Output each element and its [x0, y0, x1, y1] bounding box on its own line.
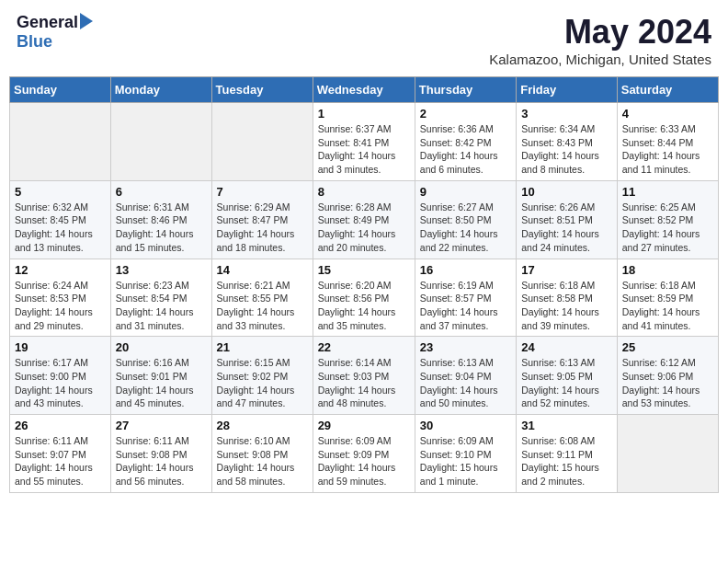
calendar-week-row: 12Sunrise: 6:24 AM Sunset: 8:53 PM Dayli…: [10, 259, 719, 337]
day-number: 17: [521, 263, 612, 277]
header-wednesday: Wednesday: [313, 77, 415, 103]
day-number: 21: [217, 340, 308, 354]
title-block: May 2024 Kalamazoo, Michigan, United Sta…: [489, 13, 711, 67]
day-info: Sunrise: 6:31 AM Sunset: 8:46 PM Dayligh…: [116, 201, 207, 255]
day-number: 28: [217, 419, 308, 432]
header-friday: Friday: [517, 77, 618, 103]
day-number: 24: [521, 340, 612, 354]
table-row: 18Sunrise: 6:18 AM Sunset: 8:59 PM Dayli…: [617, 259, 718, 337]
table-row: 17Sunrise: 6:18 AM Sunset: 8:58 PM Dayli…: [517, 259, 618, 337]
table-row: 8Sunrise: 6:28 AM Sunset: 8:49 PM Daylig…: [313, 180, 415, 259]
table-row: 31Sunrise: 6:08 AM Sunset: 9:11 PM Dayli…: [517, 415, 618, 493]
day-info: Sunrise: 6:12 AM Sunset: 9:06 PM Dayligh…: [622, 356, 713, 410]
table-row: 6Sunrise: 6:31 AM Sunset: 8:46 PM Daylig…: [110, 180, 211, 259]
table-row: 20Sunrise: 6:16 AM Sunset: 9:01 PM Dayli…: [110, 337, 211, 415]
day-number: 12: [15, 263, 106, 277]
table-row: 21Sunrise: 6:15 AM Sunset: 9:02 PM Dayli…: [211, 337, 313, 415]
table-row: 4Sunrise: 6:33 AM Sunset: 8:44 PM Daylig…: [617, 103, 718, 181]
logo-blue: Blue: [17, 32, 52, 52]
day-number: 13: [116, 263, 207, 277]
month-title: May 2024: [489, 13, 711, 52]
table-row: 26Sunrise: 6:11 AM Sunset: 9:07 PM Dayli…: [10, 415, 111, 493]
table-row: 29Sunrise: 6:09 AM Sunset: 9:09 PM Dayli…: [313, 415, 415, 493]
day-info: Sunrise: 6:24 AM Sunset: 8:53 PM Dayligh…: [15, 279, 106, 333]
day-number: 27: [116, 419, 207, 432]
logo: General Blue: [17, 13, 93, 52]
table-row: 28Sunrise: 6:10 AM Sunset: 9:08 PM Dayli…: [211, 415, 313, 493]
location-text: Kalamazoo, Michigan, United States: [489, 52, 711, 67]
table-row: 25Sunrise: 6:12 AM Sunset: 9:06 PM Dayli…: [617, 337, 718, 415]
calendar-table: Sunday Monday Tuesday Wednesday Thursday…: [9, 76, 719, 493]
day-number: 23: [420, 340, 511, 354]
day-number: 20: [116, 340, 207, 354]
table-row: 11Sunrise: 6:25 AM Sunset: 8:52 PM Dayli…: [617, 180, 718, 259]
day-number: 18: [622, 263, 713, 277]
day-info: Sunrise: 6:25 AM Sunset: 8:52 PM Dayligh…: [622, 201, 713, 255]
table-row: 22Sunrise: 6:14 AM Sunset: 9:03 PM Dayli…: [313, 337, 415, 415]
day-number: 3: [521, 107, 612, 121]
day-number: 2: [420, 107, 511, 121]
table-row: 9Sunrise: 6:27 AM Sunset: 8:50 PM Daylig…: [415, 180, 516, 259]
day-info: Sunrise: 6:33 AM Sunset: 8:44 PM Dayligh…: [622, 122, 713, 177]
day-info: Sunrise: 6:13 AM Sunset: 9:04 PM Dayligh…: [420, 356, 511, 410]
logo-general: General: [17, 13, 78, 32]
day-number: 19: [15, 340, 106, 354]
table-row: 14Sunrise: 6:21 AM Sunset: 8:55 PM Dayli…: [211, 259, 313, 337]
day-info: Sunrise: 6:20 AM Sunset: 8:56 PM Dayligh…: [318, 279, 410, 333]
day-info: Sunrise: 6:18 AM Sunset: 8:59 PM Dayligh…: [622, 279, 713, 333]
day-number: 31: [521, 419, 612, 432]
day-info: Sunrise: 6:27 AM Sunset: 8:50 PM Dayligh…: [420, 201, 511, 255]
calendar-week-row: 1Sunrise: 6:37 AM Sunset: 8:41 PM Daylig…: [10, 103, 719, 181]
table-row: [10, 103, 111, 181]
header-monday: Monday: [110, 77, 211, 103]
table-row: 7Sunrise: 6:29 AM Sunset: 8:47 PM Daylig…: [211, 180, 313, 259]
table-row: [110, 103, 211, 181]
table-row: 27Sunrise: 6:11 AM Sunset: 9:08 PM Dayli…: [110, 415, 211, 493]
day-number: 6: [116, 185, 207, 199]
day-info: Sunrise: 6:14 AM Sunset: 9:03 PM Dayligh…: [318, 356, 410, 410]
day-number: 15: [318, 263, 410, 277]
table-row: 3Sunrise: 6:34 AM Sunset: 8:43 PM Daylig…: [517, 103, 618, 181]
day-info: Sunrise: 6:23 AM Sunset: 8:54 PM Dayligh…: [116, 279, 207, 333]
day-info: Sunrise: 6:37 AM Sunset: 8:41 PM Dayligh…: [318, 122, 410, 177]
table-row: 10Sunrise: 6:26 AM Sunset: 8:51 PM Dayli…: [517, 180, 618, 259]
table-row: [617, 415, 718, 493]
day-info: Sunrise: 6:11 AM Sunset: 9:08 PM Dayligh…: [116, 434, 207, 488]
header-saturday: Saturday: [617, 77, 718, 103]
day-number: 25: [622, 340, 713, 354]
day-info: Sunrise: 6:17 AM Sunset: 9:00 PM Dayligh…: [15, 356, 106, 410]
day-number: 10: [521, 185, 612, 199]
day-info: Sunrise: 6:16 AM Sunset: 9:01 PM Dayligh…: [116, 356, 207, 410]
day-number: 1: [318, 107, 410, 121]
day-info: Sunrise: 6:13 AM Sunset: 9:05 PM Dayligh…: [521, 356, 612, 410]
day-number: 4: [622, 107, 713, 121]
logo-arrow-icon: [80, 13, 93, 29]
table-row: 5Sunrise: 6:32 AM Sunset: 8:45 PM Daylig…: [10, 180, 111, 259]
day-info: Sunrise: 6:29 AM Sunset: 8:47 PM Dayligh…: [217, 201, 308, 255]
day-info: Sunrise: 6:26 AM Sunset: 8:51 PM Dayligh…: [521, 201, 612, 255]
day-info: Sunrise: 6:19 AM Sunset: 8:57 PM Dayligh…: [420, 279, 511, 333]
calendar-header-row: Sunday Monday Tuesday Wednesday Thursday…: [10, 77, 719, 103]
day-info: Sunrise: 6:08 AM Sunset: 9:11 PM Dayligh…: [521, 434, 612, 488]
table-row: 12Sunrise: 6:24 AM Sunset: 8:53 PM Dayli…: [10, 259, 111, 337]
table-row: 24Sunrise: 6:13 AM Sunset: 9:05 PM Dayli…: [517, 337, 618, 415]
day-info: Sunrise: 6:15 AM Sunset: 9:02 PM Dayligh…: [217, 356, 308, 410]
calendar-week-row: 26Sunrise: 6:11 AM Sunset: 9:07 PM Dayli…: [10, 415, 719, 493]
day-number: 7: [217, 185, 308, 199]
day-info: Sunrise: 6:21 AM Sunset: 8:55 PM Dayligh…: [217, 279, 308, 333]
page-header: General Blue May 2024 Kalamazoo, Michiga…: [9, 9, 719, 71]
day-number: 22: [318, 340, 410, 354]
header-sunday: Sunday: [10, 77, 111, 103]
day-number: 14: [217, 263, 308, 277]
day-number: 29: [318, 419, 410, 432]
table-row: [211, 103, 313, 181]
day-info: Sunrise: 6:09 AM Sunset: 9:10 PM Dayligh…: [420, 434, 511, 488]
day-info: Sunrise: 6:36 AM Sunset: 8:42 PM Dayligh…: [420, 122, 511, 177]
table-row: 1Sunrise: 6:37 AM Sunset: 8:41 PM Daylig…: [313, 103, 415, 181]
calendar-week-row: 5Sunrise: 6:32 AM Sunset: 8:45 PM Daylig…: [10, 180, 719, 259]
day-info: Sunrise: 6:18 AM Sunset: 8:58 PM Dayligh…: [521, 279, 612, 333]
table-row: 15Sunrise: 6:20 AM Sunset: 8:56 PM Dayli…: [313, 259, 415, 337]
table-row: 2Sunrise: 6:36 AM Sunset: 8:42 PM Daylig…: [415, 103, 516, 181]
day-info: Sunrise: 6:28 AM Sunset: 8:49 PM Dayligh…: [318, 201, 410, 255]
day-info: Sunrise: 6:34 AM Sunset: 8:43 PM Dayligh…: [521, 122, 612, 177]
